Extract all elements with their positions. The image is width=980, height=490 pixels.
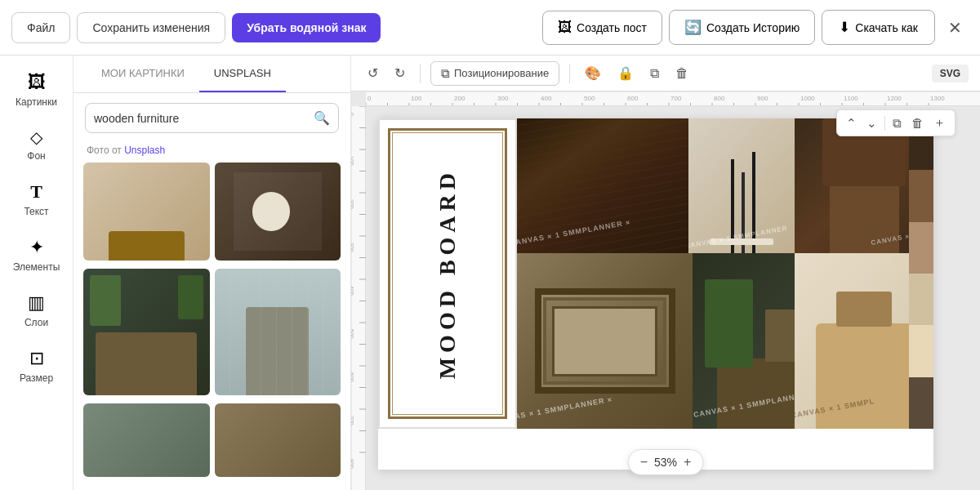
elem-delete-button[interactable]: 🗑 — [907, 114, 928, 132]
main-layout: 🖼 Картинки ◇ Фон T Текст ✦ Элементы ▥ Сл… — [0, 56, 980, 490]
photo-thumb-5[interactable] — [83, 403, 210, 477]
create-post-button[interactable]: 🖼 Создать пост — [542, 11, 662, 45]
save-button[interactable]: Сохранить изменения — [77, 12, 225, 43]
positioning-button[interactable]: ⧉ Позиционирование — [430, 61, 559, 86]
topbar: Файл Сохранить изменения Убрать водяной … — [0, 0, 980, 56]
zoom-out-button[interactable]: − — [640, 455, 648, 470]
color-swatches-column — [909, 118, 933, 429]
toolbar-separator-2 — [569, 64, 570, 83]
ruler-horizontal: 0100200300400500600700800900100011001200… — [366, 91, 980, 106]
svg-text:1000: 1000 — [800, 95, 815, 102]
photo-thumb-1[interactable] — [83, 163, 210, 261]
watermark-button[interactable]: Убрать водяной знак — [232, 13, 381, 42]
svg-text:100: 100 — [411, 95, 422, 102]
undo-button[interactable]: ↺ — [363, 62, 383, 84]
photo-credit: Фото от Unsplash — [87, 145, 337, 156]
svg-text:1300: 1300 — [930, 95, 945, 102]
zoom-value: 53% — [654, 456, 677, 469]
svg-badge: SVG — [932, 65, 969, 82]
svg-text:600: 600 — [351, 372, 354, 382]
toolbar-separator — [420, 64, 421, 83]
zoom-in-button[interactable]: + — [684, 455, 691, 470]
elem-sep — [884, 116, 885, 131]
sidebar-item-images[interactable]: 🖼 Картинки — [5, 64, 69, 116]
canvas-with-ruler: 0100200300400500600700800 MOOD BOARD — [351, 106, 980, 490]
style-button[interactable]: 🎨 — [580, 62, 606, 84]
moodboard-title: MOOD BOARD — [434, 168, 461, 379]
images-icon: 🖼 — [28, 72, 46, 93]
sidebar-item-text[interactable]: T Текст — [5, 173, 69, 225]
photo-thumb-6[interactable] — [215, 403, 341, 477]
elem-down-button[interactable]: ⌄ — [862, 114, 881, 133]
svg-text:500: 500 — [351, 329, 354, 339]
size-icon: ⊡ — [29, 348, 44, 369]
canvas-scroll-inner: MOOD BOARD CANVAS × 1 SMMPLANNER × — [366, 106, 980, 490]
mb-img-frames[interactable]: VAS × 1 SMMPLANNER × — [517, 253, 693, 429]
search-icon[interactable]: 🔍 — [314, 110, 330, 126]
sidebar-item-layers[interactable]: ▥ Слои — [5, 284, 69, 336]
svg-text:500: 500 — [584, 95, 595, 102]
svg-text:100: 100 — [351, 156, 354, 166]
delete-button[interactable]: 🗑 — [670, 63, 693, 84]
photo-thumb-4[interactable] — [215, 269, 341, 395]
zoom-bar: − 53% + — [628, 449, 704, 475]
canvas-toolbar: ↺ ↻ ⧉ Позиционирование 🎨 🔒 ⧉ 🗑 SVG — [351, 56, 980, 91]
svg-text:400: 400 — [541, 95, 552, 102]
svg-text:1200: 1200 — [887, 95, 902, 102]
svg-text:300: 300 — [497, 95, 509, 102]
image-panel: МОИ КАРТИНКИ UNSPLASH 🔍 Фото от Unsplash — [74, 56, 351, 490]
post-icon: 🖼 — [558, 20, 572, 36]
elem-copy-button[interactable]: ⧉ — [889, 114, 906, 133]
svg-text:1100: 1100 — [844, 95, 858, 102]
sidebar-item-background[interactable]: ◇ Фон — [5, 119, 69, 170]
svg-text:300: 300 — [351, 243, 354, 252]
sidebar-item-size[interactable]: ⊡ Размер — [5, 340, 69, 392]
elements-icon: ✦ — [29, 237, 44, 258]
tab-my-images[interactable]: МОИ КАРТИНКИ — [87, 56, 199, 92]
text-icon: T — [30, 181, 42, 203]
layers-icon: ▥ — [28, 292, 45, 314]
lock-button[interactable]: 🔒 — [612, 62, 639, 84]
ruler-vertical: 0100200300400500600700800 — [351, 106, 366, 490]
svg-text:400: 400 — [351, 286, 354, 296]
sidebar-item-elements[interactable]: ✦ Элементы — [5, 229, 69, 281]
svg-text:200: 200 — [454, 95, 466, 102]
create-story-button[interactable]: 🔄 Создать Историю — [669, 10, 815, 45]
search-input[interactable] — [94, 112, 314, 125]
svg-text:900: 900 — [757, 95, 768, 102]
mb-img-fireplace[interactable]: CANVAS × 1 SMMPLANNER — [688, 118, 795, 253]
photo-grid — [74, 163, 350, 490]
photo-thumb-3[interactable] — [83, 269, 210, 395]
copy-button[interactable]: ⧉ — [645, 63, 664, 84]
svg-text:700: 700 — [351, 416, 354, 425]
story-icon: 🔄 — [684, 19, 702, 36]
file-button[interactable]: Файл — [11, 12, 70, 43]
photo-thumb-2[interactable] — [215, 163, 341, 261]
svg-text:600: 600 — [627, 95, 639, 102]
elem-up-button[interactable]: ⌃ — [842, 114, 861, 133]
canvas-content[interactable]: MOOD BOARD CANVAS × 1 SMMPLANNER × — [378, 118, 933, 470]
sidebar-icons: 🖼 Картинки ◇ Фон T Текст ✦ Элементы ▥ Сл… — [0, 56, 74, 490]
svg-text:700: 700 — [670, 95, 682, 102]
svg-text:0: 0 — [351, 113, 354, 116]
redo-button[interactable]: ↻ — [390, 62, 410, 84]
download-icon: ⬇ — [839, 19, 850, 36]
close-button[interactable]: ✕ — [942, 15, 969, 41]
panel-tabs: МОИ КАРТИНКИ UNSPLASH — [74, 56, 350, 93]
element-toolbar: ⌃ ⌄ ⧉ 🗑 ＋ — [836, 109, 956, 136]
search-box: 🔍 — [85, 103, 339, 133]
svg-text:800: 800 — [714, 95, 725, 102]
svg-text:200: 200 — [351, 199, 354, 209]
moodboard-text-panel: MOOD BOARD — [378, 118, 517, 429]
canvas-area: ↺ ↻ ⧉ Позиционирование 🎨 🔒 ⧉ 🗑 SVG 01002… — [351, 56, 980, 490]
svg-text:800: 800 — [351, 459, 354, 469]
svg-text:0: 0 — [368, 95, 372, 102]
download-button[interactable]: ⬇ Скачать как — [822, 10, 935, 45]
mb-img-wood-dark[interactable]: CANVAS × 1 SMMPLANNER × — [517, 118, 688, 253]
unsplash-link[interactable]: Unsplash — [124, 145, 165, 156]
tab-unsplash[interactable]: UNSPLASH — [199, 56, 286, 92]
background-icon: ◇ — [30, 127, 42, 147]
elem-add-button[interactable]: ＋ — [929, 113, 950, 133]
layers-stack-icon: ⧉ — [441, 66, 450, 81]
